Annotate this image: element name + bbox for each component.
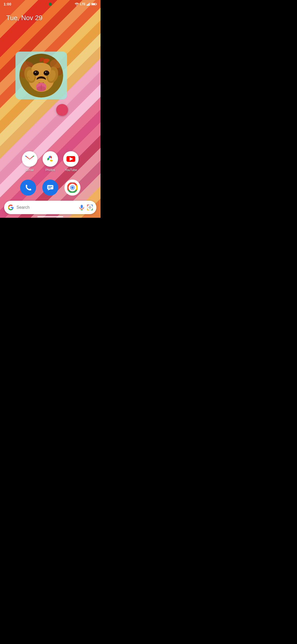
signal-icon [87,3,90,6]
search-input[interactable] [16,201,76,214]
status-time: 1:00 [4,2,11,6]
svg-point-22 [44,70,49,76]
search-bar[interactable] [4,201,96,214]
app-item-gmail[interactable]: Gmail [22,151,37,172]
lte-indicator: LTE [80,2,86,6]
svg-rect-47 [48,188,51,188]
nav-indicator [37,216,63,217]
app-row: Gmail Photos YouTube [0,151,101,172]
lens-search-icon[interactable] [87,205,93,210]
battery-icon [91,3,97,6]
photos-label: Photos [45,168,55,172]
phone-icon [24,184,32,191]
svg-rect-52 [81,205,83,208]
camera-indicator [49,3,52,6]
svg-rect-3 [89,3,89,6]
nav-bar [0,216,101,218]
svg-point-0 [77,5,77,6]
gmail-label: Gmail [26,168,34,172]
dog-photo [19,54,63,98]
dock-phone[interactable] [20,180,36,196]
svg-point-23 [36,71,38,73]
youtube-label: YouTube [65,168,77,172]
dock [0,180,101,196]
date-text: Tue, Nov 29 [6,14,43,22]
voice-search-icon[interactable] [79,205,85,210]
svg-point-41 [49,158,51,160]
date-display: Tue, Nov 29 [6,14,43,22]
svg-point-51 [71,186,74,189]
svg-rect-2 [88,4,88,6]
gmail-icon [25,155,34,163]
gmail-app-icon[interactable] [22,151,37,167]
status-icons: LTE [75,2,97,6]
dog-face-svg [19,54,63,98]
dock-chrome[interactable] [64,180,80,196]
svg-rect-46 [48,186,52,187]
svg-rect-6 [96,4,97,5]
svg-rect-7 [92,4,95,5]
svg-point-24 [46,71,48,73]
svg-rect-1 [87,5,87,6]
dock-messages[interactable] [42,180,58,196]
svg-point-21 [33,70,39,76]
dog-widget[interactable] [15,52,67,99]
svg-point-26 [45,72,46,73]
photos-icon [45,154,55,164]
wifi-icon [75,3,79,6]
google-logo-icon [8,204,14,211]
svg-point-25 [35,72,36,73]
app-item-photos[interactable]: Photos [43,151,58,172]
photos-app-icon[interactable] [43,151,58,167]
youtube-app-icon[interactable] [63,151,79,167]
app-item-youtube[interactable]: YouTube [63,151,79,172]
chrome-icon [67,182,78,193]
messages-icon [46,184,54,191]
record-button[interactable] [56,104,68,116]
svg-rect-4 [90,3,90,6]
svg-rect-45 [47,185,53,189]
svg-point-57 [90,207,90,208]
youtube-icon [64,152,77,165]
